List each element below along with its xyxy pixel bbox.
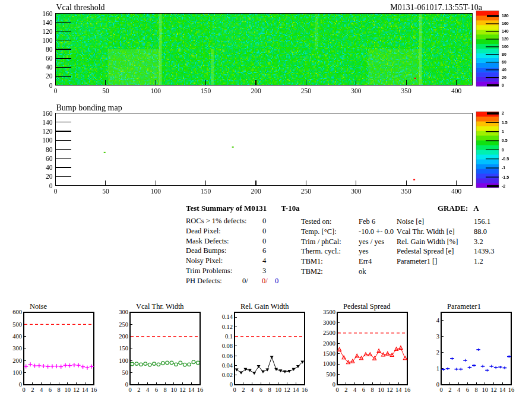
bump-bonding-map-plot: Bump bonding map020406080100120140160050… xyxy=(42,103,509,195)
parameter1-xtick-label: 2 xyxy=(448,387,451,393)
bump-bonding-map-ytick-label: 100 xyxy=(42,137,53,144)
bump-bonding-map-colorbar-label: -2 xyxy=(502,184,505,188)
parameter1-ytick-label: 3 xyxy=(436,333,439,340)
result-row-label: Rel. Gain Width [%] xyxy=(397,238,458,246)
condition-row-label: Trim / phCal: xyxy=(301,238,341,246)
pedestal-spread-ytick-label: 1000 xyxy=(323,360,335,367)
bump-bonding-map-colorbar-label: -1.5 xyxy=(502,175,509,179)
pedestal-spread-xtick-label: 2 xyxy=(344,387,347,393)
parameter1-title: Parameter1 xyxy=(447,302,481,311)
vcal-thr-width-ytick-label: 100 xyxy=(119,357,128,364)
vcal-threshold-colorbar-label: 160 xyxy=(502,21,509,26)
bump-bonding-map-title: Bump bonding map xyxy=(56,103,122,112)
noise-title: Noise xyxy=(30,302,48,311)
noise-frame xyxy=(24,312,94,385)
rel-gain-width-title: Rel. Gain Width xyxy=(240,302,289,311)
ph-defects-value-total: 0/ xyxy=(242,277,248,286)
vcal-thr-width-xtick-label: 10 xyxy=(171,387,178,393)
vcal-threshold-defect-point xyxy=(414,78,416,79)
defect-row-value: 4 xyxy=(262,257,266,265)
condition-row-value: ok xyxy=(359,268,366,276)
vcal-threshold-colorbar-label: 0 xyxy=(502,83,504,87)
parameter1-xtick-label: 8 xyxy=(474,387,477,393)
bump-bonding-map-defect-point xyxy=(232,147,234,148)
rel-gain-width-chart: Rel. Gain Width00.020.040.060.080.10.120… xyxy=(214,300,320,399)
vcal-threshold-xtick-label: 400 xyxy=(451,87,462,94)
rel-gain-width-ytick-label: 0.08 xyxy=(222,343,233,349)
defect-row-value: 0 xyxy=(262,227,266,236)
noise-ytick-label: 500 xyxy=(12,321,22,328)
rel-gain-width-ytick-label: 0.02 xyxy=(222,372,233,378)
vcal-threshold-colorbar-label: 180 xyxy=(502,14,509,18)
result-row-value: 88.0 xyxy=(474,228,487,236)
vcal-thr-width-ytick-label: 300 xyxy=(119,309,128,315)
vcal-thr-width-ytick-label: 150 xyxy=(119,345,128,352)
rel-gain-width-ytick-label: 0 xyxy=(230,381,233,388)
vcal-threshold-xtick-label: 300 xyxy=(351,87,362,94)
noise-ytick-label: 600 xyxy=(12,309,22,315)
bump-bonding-map-xtick-label: 300 xyxy=(351,188,362,195)
vcal-thr-width-xtick-label: 0 xyxy=(128,387,131,393)
rel-gain-width-xtick-label: 12 xyxy=(284,387,290,393)
defect-row-value: 6 xyxy=(262,247,266,255)
vcal-threshold-xtick-label: 0 xyxy=(54,87,58,94)
vcal-thr-width-xtick-label: 2 xyxy=(137,387,140,393)
rel-gain-width-xtick-label: 4 xyxy=(251,387,254,393)
vcal-threshold-ytick-label: 80 xyxy=(46,46,53,53)
vcal-threshold-xtick-label: 200 xyxy=(251,87,261,94)
parameter1-ytick-label: 2 xyxy=(436,349,439,356)
condition-row-value: Feb 6 xyxy=(359,218,375,226)
vcal-thr-width-ytick-label: 50 xyxy=(122,369,129,376)
noise-xtick-label: 0 xyxy=(22,387,25,393)
rel-gain-width-xtick-label: 6 xyxy=(259,387,262,393)
pedestal-spread-series-line xyxy=(340,348,406,362)
rel-gain-width-ytick-label: 0.12 xyxy=(222,324,233,330)
parameter1-ytick-label: 1 xyxy=(436,365,439,372)
vcal-thr-width-ytick-label: 200 xyxy=(119,333,128,340)
condition-row-value: yes xyxy=(359,248,369,256)
parameter1-ytick-label: 0 xyxy=(436,381,439,388)
parameter1-xtick-label: 6 xyxy=(466,387,469,393)
rel-gain-width-xtick-label: 16 xyxy=(302,387,308,393)
bump-bonding-map-colorbar-label: 0 xyxy=(502,148,504,152)
rel-gain-width-xtick-label: 0 xyxy=(233,387,236,393)
parameter1-ytick-label: 4 xyxy=(436,317,440,324)
bump-bonding-map-ytick-label: 60 xyxy=(46,155,53,162)
bump-bonding-map-ytick-label: 40 xyxy=(46,164,53,171)
parameter1-xtick-label: 14 xyxy=(499,387,506,393)
defect-row-label: ROCs > 1% defects: xyxy=(186,217,247,226)
pedestal-spread-ytick-label: 500 xyxy=(326,371,335,378)
parameter1-frame xyxy=(441,312,511,385)
noise-xtick-label: 14 xyxy=(82,387,88,393)
rel-gain-width-xtick-label: 2 xyxy=(242,387,245,393)
summary-title: Test Summary of M0131T-10a xyxy=(186,204,300,213)
vcal-threshold-plot: Vcal thresholdM0131-061017.13:55T-10a020… xyxy=(42,3,509,94)
condition-row-label: Temp. [°C]: xyxy=(301,228,337,236)
parameter1-xtick-label: 12 xyxy=(490,387,497,393)
pedestal-spread-xtick-label: 10 xyxy=(378,387,385,393)
noise-xtick-label: 12 xyxy=(73,387,80,393)
vcal-thr-width-xtick-label: 12 xyxy=(179,387,186,393)
pedestal-spread-xtick-label: 16 xyxy=(404,387,411,393)
condition-row-value: yes / yes xyxy=(359,238,384,246)
module-id-title: M0131-061017.13:55T-10a xyxy=(390,3,482,12)
noise-xtick-label: 16 xyxy=(91,387,97,393)
vcal-threshold-ytick-label: 100 xyxy=(42,37,53,44)
vcal-thr-width-frame xyxy=(130,312,200,385)
noise-ytick-label: 300 xyxy=(12,345,22,352)
result-row-label: Noise [e] xyxy=(397,218,424,226)
vcal-threshold-title: Vcal threshold xyxy=(56,3,105,12)
noise-xtick-label: 8 xyxy=(57,387,60,393)
vcal-thr-width-ytick-label: 250 xyxy=(119,321,128,328)
pedestal-spread-xtick-label: 8 xyxy=(370,387,373,393)
vcal-thr-width-xtick-label: 8 xyxy=(163,387,166,393)
bump-bonding-map-colorbar-label: -0.5 xyxy=(502,157,509,161)
rel-gain-width-ytick-label: 0.04 xyxy=(222,362,233,369)
vcal-threshold-ytick-label: 0 xyxy=(49,82,53,89)
noise-ytick-label: 400 xyxy=(12,333,22,340)
bump-bonding-map-ytick-label: 140 xyxy=(42,119,53,126)
result-row-label: Pedestal Spread [e] xyxy=(397,248,454,256)
condition-row-label: TBM1: xyxy=(301,258,323,266)
vcal-thr-width-xtick-label: 14 xyxy=(188,387,195,393)
vcal-threshold-colorbar-label: 40 xyxy=(502,68,506,72)
